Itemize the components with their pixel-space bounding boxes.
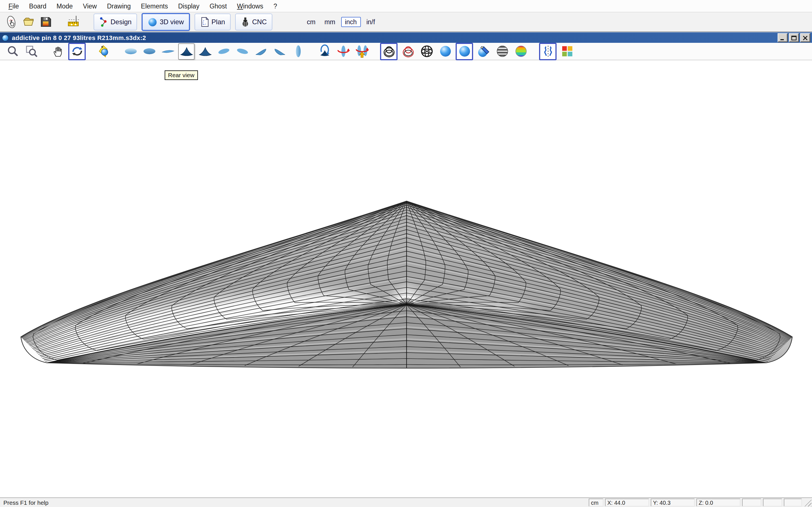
measure-icon [67,15,81,29]
unit-inf[interactable]: in/f [363,17,378,26]
3d-view-mode-label: 3D view [160,18,184,26]
status-unit: cm [589,499,603,506]
stripes-color-tool[interactable] [513,43,529,59]
light-icon [97,45,111,58]
status-z-coordinate: Z: 0.0 [696,499,741,506]
menu-windows[interactable]: Windows [232,1,268,10]
document-title: addictive pin 8 0 27 93litres R213mm.s3d… [12,34,776,41]
tilted-right-view-tool[interactable] [234,43,250,59]
solid-sphere-icon [439,45,452,58]
rotate-axis-lift-icon [355,45,368,58]
rotate-axis-lift-tool[interactable] [354,43,370,59]
viewport-3d[interactable]: Rear view [0,60,812,497]
outline-view-tool[interactable] [290,43,306,59]
plan-mode-button[interactable]: Plan [195,13,231,31]
menu-drawing[interactable]: Drawing [102,1,136,10]
new-board-button[interactable] [3,13,20,31]
zoom-icon [6,45,19,58]
save-file-icon [39,15,52,29]
open-file-button[interactable] [20,13,37,31]
palette-tool[interactable] [559,43,575,59]
pan-tool[interactable] [50,43,66,59]
wireframe-red-tool[interactable] [400,43,416,59]
solid-sphere-tool[interactable] [437,43,453,59]
tilted-left-view-tool[interactable] [215,43,232,59]
minimize-icon [780,35,785,40]
close-button[interactable] [800,33,810,42]
rotate-tool[interactable] [68,43,86,60]
bottom-view-icon [142,45,156,58]
tooltip-rear-view: Rear view [165,70,198,80]
minimize-button[interactable] [777,33,788,42]
zoom-window-icon [24,45,38,58]
main-toolbar: Design 3D view Plan [0,12,812,32]
new-board-icon [5,15,18,29]
front-view-icon [198,45,212,58]
zoom-window-tool[interactable] [23,43,40,59]
menu-display[interactable]: Display [173,1,204,10]
wireframe-white-icon [382,45,396,58]
zoom-tool[interactable] [4,43,21,59]
menu-mode[interactable]: Mode [51,1,78,10]
cnc-mode-label: CNC [252,18,267,26]
bottom-view-tool[interactable] [141,43,157,59]
close-icon [802,35,808,40]
rotate-longitudinal-tool[interactable] [316,43,333,59]
wireframe-white-tool[interactable] [380,43,398,60]
resize-grip[interactable] [804,499,811,506]
unit-inch[interactable]: inch [341,17,361,27]
menu-elements[interactable]: Elements [136,1,173,10]
smooth-sphere-tool[interactable] [456,43,473,60]
view-toolbar [0,43,812,60]
front-view-tool[interactable] [197,43,213,59]
status-empty-3 [784,499,802,506]
pan-icon [51,45,64,58]
menu-help[interactable]: ? [268,1,282,10]
outline-view-icon [291,45,305,58]
surfboard-rear-view-render[interactable] [0,60,812,497]
unit-mm[interactable]: mm [321,17,339,26]
wireframe-mesh-tool[interactable] [418,43,435,59]
shape3d-app-window: File Board Mode View Drawing Elements Di… [0,0,812,507]
wireframe-red-icon [401,45,415,58]
3d-view-mode-button[interactable]: 3D view [142,13,190,31]
measure-button[interactable] [65,13,82,31]
wireframe-mesh-icon [420,45,434,58]
stripes-gray-icon [495,45,509,58]
menu-view[interactable]: View [78,1,102,10]
design-on-3d-tool[interactable] [475,43,492,59]
perspective-left-view-tool[interactable] [253,43,269,59]
unit-cm[interactable]: cm [303,17,319,26]
stripes-gray-tool[interactable] [494,43,510,59]
plan-mode-label: Plan [211,18,225,26]
3d-view-mode-icon [148,17,158,27]
menu-ghost[interactable]: Ghost [204,1,232,10]
top-view-tool[interactable] [122,43,139,59]
side-view-tool[interactable] [160,43,176,59]
rear-view-tool[interactable] [178,43,195,59]
save-file-button[interactable] [37,13,54,31]
plan-mode-icon [200,17,209,27]
screen: File Board Mode View Drawing Elements Di… [0,0,812,507]
rotate-longitudinal-icon [318,45,331,58]
status-empty-2 [763,499,782,506]
maximize-button[interactable] [789,33,799,42]
palette-icon [560,45,574,58]
status-help-text: Press F1 for help [0,499,589,506]
menu-board[interactable]: Board [24,1,51,10]
stripes-color-icon [514,45,527,58]
maximize-icon [791,35,797,40]
status-x-coordinate: X: 44.0 [605,499,649,506]
cnc-mode-button[interactable]: CNC [235,13,272,31]
light-tool[interactable] [96,43,112,59]
symmetry-tool[interactable] [539,43,557,60]
rotate-axis-red-tool[interactable] [335,43,351,59]
design-mode-button[interactable]: Design [94,13,137,31]
tilted-left-view-icon [217,45,231,58]
status-y-coordinate: Y: 40.3 [651,499,695,506]
rotate-icon [70,45,84,58]
menu-file[interactable]: File [3,1,24,10]
document-icon [2,34,9,41]
design-mode-label: Design [110,18,132,26]
perspective-right-view-tool[interactable] [271,43,288,59]
